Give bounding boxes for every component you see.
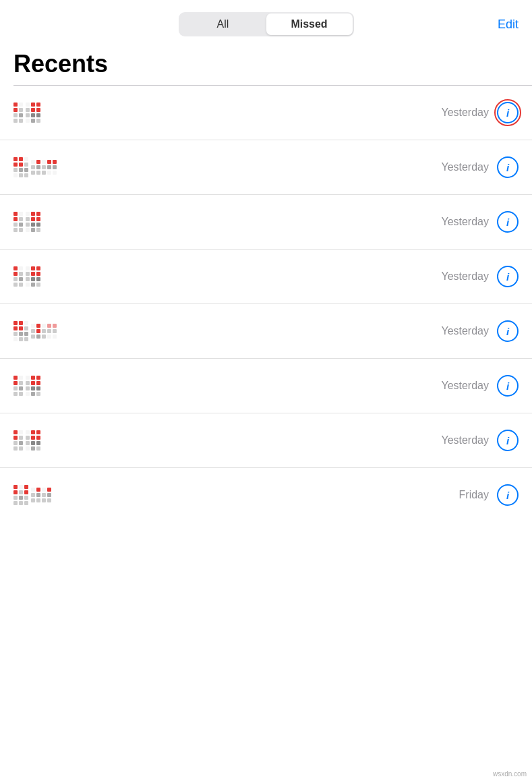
watermark: wsxdn.com <box>493 770 527 778</box>
item-right: Yesterday i <box>441 430 519 451</box>
timestamp: Yesterday <box>441 107 489 119</box>
pixel-art-right <box>31 488 51 502</box>
info-icon: i <box>506 326 509 337</box>
list-item: Yesterday i <box>0 194 532 249</box>
contact-avatar <box>13 258 148 295</box>
list-item: Friday i <box>0 467 532 522</box>
contact-avatar <box>13 203 148 241</box>
contact-avatar <box>13 312 148 350</box>
recents-list: Yesterday i Yesterday i <box>0 86 532 522</box>
pixel-art-left <box>13 266 23 287</box>
pixel-art-left <box>13 212 23 232</box>
list-item: Yesterday i <box>0 140 532 194</box>
timestamp: Yesterday <box>441 380 489 392</box>
pixel-art-right <box>26 103 40 123</box>
pixel-art-left <box>13 430 23 451</box>
pixel-art-right <box>26 376 40 396</box>
info-button[interactable]: i <box>497 102 519 123</box>
item-right: Yesterday i <box>441 266 519 287</box>
timestamp: Yesterday <box>441 216 489 228</box>
pixel-art-left <box>13 103 23 123</box>
list-item: Yesterday i <box>0 413 532 467</box>
info-icon: i <box>506 435 509 446</box>
pixel-art-left <box>13 376 23 396</box>
pixel-art-left <box>13 157 28 177</box>
timestamp: Yesterday <box>441 161 489 173</box>
info-button[interactable]: i <box>497 484 519 506</box>
edit-button[interactable]: Edit <box>498 18 519 32</box>
item-right: Friday i <box>459 484 519 506</box>
item-right: Yesterday i <box>441 156 519 178</box>
item-right: Yesterday i <box>441 320 519 342</box>
info-button[interactable]: i <box>497 211 519 233</box>
pixel-art-right <box>31 324 57 339</box>
pixel-art-right <box>26 430 40 451</box>
list-item: Yesterday i <box>0 358 532 413</box>
timestamp: Yesterday <box>441 434 489 446</box>
page-title: Recents <box>0 43 532 85</box>
pixel-art-right <box>26 266 40 287</box>
info-button[interactable]: i <box>497 320 519 342</box>
info-button[interactable]: i <box>497 156 519 178</box>
info-icon: i <box>506 490 509 501</box>
header: All Missed Edit <box>0 0 532 43</box>
segment-control: All Missed <box>179 12 354 36</box>
info-icon: i <box>506 162 509 173</box>
info-icon: i <box>506 107 509 119</box>
item-right: Yesterday i <box>441 211 519 233</box>
item-right: Yesterday i <box>441 102 519 123</box>
segment-all[interactable]: All <box>180 13 266 35</box>
contact-avatar <box>13 94 148 132</box>
info-icon: i <box>506 271 509 283</box>
item-right: Yesterday i <box>441 375 519 397</box>
pixel-art-right <box>31 160 57 175</box>
timestamp: Yesterday <box>441 270 489 283</box>
segment-missed[interactable]: Missed <box>266 13 353 35</box>
info-button[interactable]: i <box>497 430 519 451</box>
contact-avatar <box>13 422 148 459</box>
timestamp: Yesterday <box>441 325 489 337</box>
pixel-art-left <box>13 485 28 505</box>
contact-avatar <box>13 476 148 514</box>
info-icon: i <box>506 380 509 392</box>
list-item: Yesterday i <box>0 303 532 358</box>
contact-avatar <box>13 367 148 405</box>
list-item: Yesterday i <box>0 249 532 303</box>
pixel-art-left <box>13 321 28 341</box>
list-item: Yesterday i <box>0 86 532 140</box>
timestamp: Friday <box>459 489 489 501</box>
info-button[interactable]: i <box>497 266 519 287</box>
pixel-art-right <box>26 212 40 232</box>
info-button[interactable]: i <box>497 375 519 397</box>
info-icon: i <box>506 216 509 228</box>
contact-avatar <box>13 148 148 186</box>
